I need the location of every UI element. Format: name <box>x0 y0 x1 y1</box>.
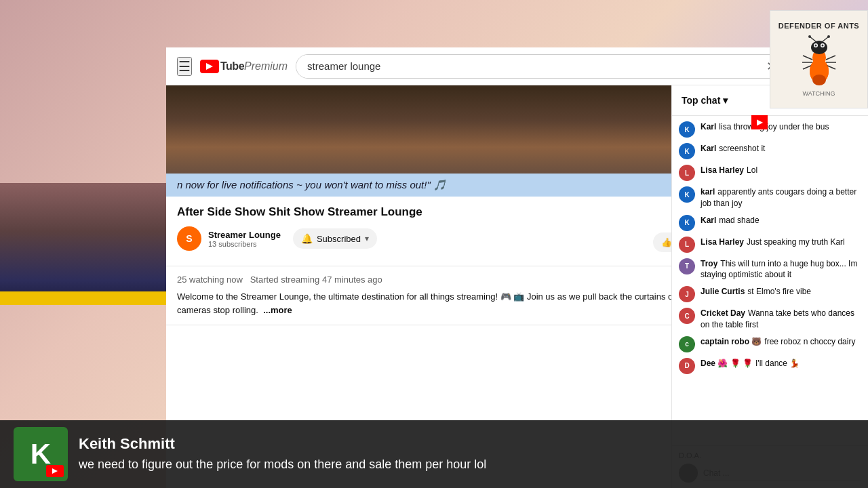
svg-point-18 <box>812 75 826 85</box>
chat-msg-text: screenshot it <box>719 144 765 153</box>
chat-message: JJulie Curtisst Elmo's fire vibe <box>679 286 861 302</box>
chat-msg-content: Karlscreenshot it <box>701 143 765 155</box>
doa-watching-label: WATCHING <box>803 90 835 97</box>
webcam-yellow-bar <box>0 291 166 305</box>
chevron-down-icon: ▾ <box>365 234 369 243</box>
channel-initial: S <box>186 233 192 244</box>
yt-play-icon: ▶ <box>757 118 762 127</box>
svg-line-14 <box>826 56 835 60</box>
webcam-person <box>0 183 166 305</box>
subscribe-button[interactable]: 🔔 Subscribed ▾ <box>293 228 377 249</box>
bell-icon: 🔔 <box>301 233 313 244</box>
chat-title-button[interactable]: Top chat ▾ <box>682 95 728 106</box>
chat-chevron-icon: ▾ <box>723 95 728 106</box>
chat-msg-text: mad shade <box>719 216 759 225</box>
chat-msg-content: TroyThis will turn into a huge hug box..… <box>701 258 861 281</box>
chat-msg-text: apparently ants cougars doing a better j… <box>701 187 856 208</box>
chat-msg-text: lisa throwing joy under the bus <box>719 122 829 131</box>
chat-msg-avatar: K <box>679 215 695 231</box>
svg-point-2 <box>811 41 827 54</box>
svg-line-11 <box>803 56 812 60</box>
ant-icon <box>792 34 846 88</box>
chat-msg-author: captain robo 🐻 <box>701 337 762 346</box>
chat-msg-avatar: L <box>679 237 695 253</box>
like-icon: 👍 <box>661 237 672 247</box>
chat-message: KKarlscreenshot it <box>679 143 861 159</box>
youtube-logo[interactable]: Tube Premium <box>200 60 288 73</box>
webcam-overlay <box>0 183 166 305</box>
channel-info: Streamer Lounge 13 subscribers <box>208 230 281 248</box>
chat-title: Top chat <box>682 95 720 106</box>
chat-msg-content: Dee 🌺 🌹 🌹I'll dance 💃 <box>701 358 800 369</box>
search-input[interactable] <box>296 55 760 78</box>
chat-msg-author: Julie Curtis <box>701 287 745 296</box>
doa-title: Defender of Ants <box>778 22 859 30</box>
chat-message: TTroyThis will turn into a huge hug box.… <box>679 258 861 281</box>
chat-msg-content: Julie Curtisst Elmo's fire vibe <box>701 286 811 298</box>
chat-msg-text: Lol <box>747 165 757 175</box>
user-avatar: K <box>14 427 68 481</box>
chat-msg-content: Lisa HarleyJust speaking my truth Karl <box>701 237 845 248</box>
chat-msg-avatar: K <box>679 143 695 159</box>
chat-msg-text: This will turn into a huge hug box... Im… <box>701 259 857 280</box>
channel-name[interactable]: Streamer Lounge <box>208 230 281 240</box>
chat-msg-avatar: K <box>679 186 695 203</box>
chat-msg-content: Lisa HarleyLol <box>701 165 757 176</box>
chat-message: Kkarlapparently ants cougars doing a bet… <box>679 186 861 209</box>
youtube-badge-icon <box>46 465 64 477</box>
chat-msg-author: Cricket Day <box>701 308 745 318</box>
chat-msg-author: karl <box>701 187 715 197</box>
chat-msg-text: free roboz n choccy dairy <box>764 337 855 346</box>
chat-message: LLisa HarleyJust speaking my truth Karl <box>679 237 861 253</box>
youtube-premium-text: Premium <box>244 60 288 73</box>
search-bar: ✕ <box>296 54 784 79</box>
svg-point-6 <box>821 45 823 47</box>
chat-msg-author: Lisa Harley <box>701 165 744 175</box>
chat-message: KKarllisa throwing joy under the bus <box>679 121 861 138</box>
channel-avatar: S <box>177 226 201 251</box>
chat-message: KKarlmad shade <box>679 215 861 231</box>
chat-msg-text: Just speaking my truth Karl <box>747 237 845 247</box>
chat-message: DDee 🌺 🌹 🌹I'll dance 💃 <box>679 358 861 374</box>
chat-msg-author: Lisa Harley <box>701 237 744 247</box>
chat-msg-avatar: c <box>679 336 695 352</box>
chat-msg-text: st Elmo's fire vibe <box>747 287 811 296</box>
chat-msg-content: captain robo 🐻free roboz n choccy dairy <box>701 336 855 348</box>
chat-msg-author: Karl <box>701 216 716 225</box>
menu-button[interactable]: ☰ <box>177 57 192 76</box>
chat-messages: KKarllisa throwing joy under the busKKar… <box>672 116 868 445</box>
user-message: we need to figure out the price for mods… <box>79 457 854 472</box>
chat-msg-text: I'll dance 💃 <box>755 359 800 368</box>
subscribed-label: Subscribed <box>317 234 361 244</box>
yt-live-button[interactable]: ▶ <box>751 115 768 129</box>
chat-msg-avatar: L <box>679 165 695 181</box>
bottom-text: Keith Schmitt we need to figure out the … <box>79 435 854 472</box>
chat-msg-content: Karlmad shade <box>701 215 760 226</box>
user-name: Keith Schmitt <box>79 435 854 453</box>
chat-msg-content: Cricket DayWanna take bets who dances on… <box>701 308 861 331</box>
channel-row: S Streamer Lounge 13 subscribers 🔔 Subsc… <box>177 226 377 251</box>
chat-msg-content: karlapparently ants cougars doing a bett… <box>701 186 861 209</box>
youtube-header: ☰ Tube Premium ✕ <box>166 47 868 85</box>
chat-msg-avatar: K <box>679 121 695 138</box>
chat-msg-author: Dee 🌺 🌹 🌹 <box>701 359 753 368</box>
svg-point-9 <box>808 35 811 38</box>
chat-msg-avatar: D <box>679 358 695 374</box>
channel-subs: 13 subscribers <box>208 240 281 248</box>
svg-point-5 <box>814 45 816 47</box>
youtube-logo-icon <box>200 60 219 73</box>
chat-msg-author: Karl <box>701 144 716 153</box>
bottom-overlay: K Keith Schmitt we need to figure out th… <box>0 420 868 488</box>
more-link[interactable]: ...more <box>263 305 292 315</box>
chat-message: CCricket DayWanna take bets who dances o… <box>679 308 861 331</box>
chat-message: LLisa HarleyLol <box>679 165 861 181</box>
chat-msg-author: Troy <box>701 259 717 268</box>
chat-msg-avatar: J <box>679 286 695 302</box>
chat-msg-avatar: C <box>679 308 695 324</box>
chat-msg-author: Karl <box>701 122 716 131</box>
youtube-logo-text: Tube <box>220 60 244 73</box>
doa-overlay: Defender of Ants WATCHING <box>770 10 868 108</box>
watching-count: 25 watching now <box>177 274 243 285</box>
svg-point-10 <box>827 35 830 38</box>
chat-message: ccaptain robo 🐻free roboz n choccy dairy <box>679 336 861 352</box>
